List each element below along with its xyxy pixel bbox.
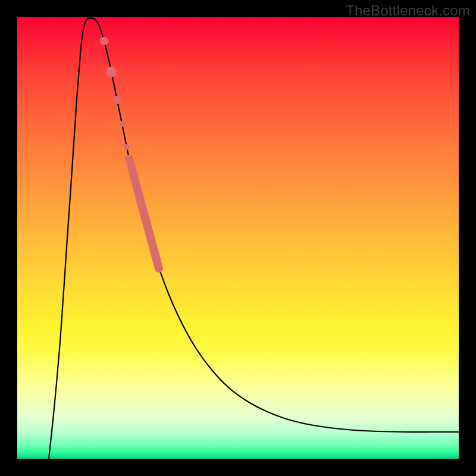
data-marker (119, 121, 125, 127)
data-markers (100, 37, 130, 150)
data-marker (124, 144, 130, 150)
watermark-text: TheBottleneck.com (346, 2, 470, 19)
data-marker (106, 67, 117, 77)
chart-frame: TheBottleneck.com (0, 0, 476, 476)
plot-area (17, 17, 459, 459)
thick-segment-line (129, 159, 159, 268)
chart-svg (17, 17, 459, 459)
data-marker (113, 96, 121, 104)
thick-marker-segment (129, 159, 159, 268)
curve-layer (49, 18, 459, 459)
data-marker (100, 37, 108, 45)
bottleneck-curve (49, 18, 459, 459)
